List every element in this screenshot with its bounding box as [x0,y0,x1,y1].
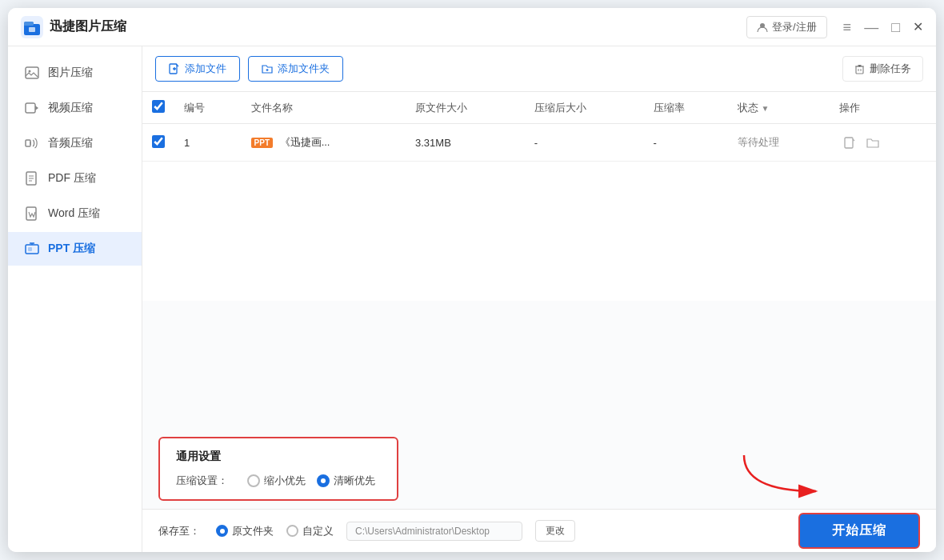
delete-task-button[interactable]: 删除任务 [842,56,923,82]
file-table: 编号 文件名称 原文件大小 压缩后大小 压缩率 状态 ▼ 操作 [142,92,936,301]
select-all-checkbox[interactable] [152,100,165,113]
file-type-badge: PPT [251,138,273,148]
sidebar-item-ppt[interactable]: PPT 压缩 [8,232,142,266]
svg-rect-3 [29,27,35,32]
radio-original-folder[interactable]: 原文件夹 [216,524,274,538]
menu-icon[interactable]: ≡ [843,20,852,34]
col-ratio: 压缩率 [644,92,728,124]
login-button[interactable]: 登录/注册 [746,16,827,38]
add-file-button[interactable]: 添加文件 [155,56,240,82]
radio-option-small[interactable]: 缩小优先 [247,474,306,488]
file-plus-icon [169,63,180,74]
add-folder-button[interactable]: 添加文件夹 [248,56,343,82]
settings-compress-label: 压缩设置： [176,474,228,488]
image-icon [24,65,40,81]
radio-circle-clear [317,474,330,487]
cell-filename: PPT 《迅捷画... [242,124,406,162]
cell-original-size: 3.31MB [406,124,525,162]
sidebar-label-image: 图片压缩 [48,66,93,80]
open-folder-icon[interactable] [862,132,883,153]
window-controls: ≡ — □ ✕ [843,20,923,34]
svg-point-6 [29,70,31,73]
sidebar-label-ppt: PPT 压缩 [48,242,95,256]
radio-circle-small [247,474,260,487]
video-icon [24,100,40,116]
word-icon [24,206,40,222]
col-num: 编号 [174,92,242,124]
sidebar: 图片压缩 视频压缩 音频压缩 PDF 压缩 [8,46,142,552]
lower-area: 通用设置 压缩设置： 缩小优先 清晰优先 [142,301,936,510]
col-compressed: 压缩后大小 [525,92,644,124]
radio-option-clear[interactable]: 清晰优先 [317,474,375,488]
settings-box: 通用设置 压缩设置： 缩小优先 清晰优先 [158,437,398,501]
col-original: 原文件大小 [406,92,525,124]
cell-status: 等待处理 [728,124,830,162]
svg-rect-2 [24,22,34,26]
settings-row: 压缩设置： 缩小优先 清晰优先 [176,474,381,488]
sidebar-label-video: 视频压缩 [48,101,93,115]
settings-title: 通用设置 [176,450,381,464]
table-row: 1 PPT 《迅捷画... 3.31MB - - 等待处理 [142,124,936,162]
svg-rect-16 [845,138,853,148]
sidebar-label-pdf: PDF 压缩 [48,171,96,186]
minimize-icon[interactable]: — [864,20,878,34]
toolbar: 添加文件 添加文件夹 删除任务 [142,46,936,92]
save-to-label: 保存至： [158,524,200,538]
pdf-icon [24,170,40,186]
maximize-icon[interactable]: □ [891,20,900,34]
app-title: 迅捷图片压缩 [50,18,746,35]
open-file-icon[interactable] [839,132,860,153]
cell-num: 1 [174,124,242,162]
sidebar-item-image[interactable]: 图片压缩 [8,56,142,90]
sort-icon[interactable]: ▼ [761,104,769,113]
sidebar-item-pdf[interactable]: PDF 压缩 [8,162,142,195]
save-path-input[interactable] [346,522,522,541]
sidebar-label-audio: 音频压缩 [48,136,93,150]
radio-custom-circle [286,525,298,537]
svg-marker-8 [35,106,38,110]
browse-button[interactable]: 更改 [535,520,575,542]
svg-rect-5 [26,67,38,78]
sidebar-label-word: Word 压缩 [48,206,100,221]
user-icon [757,22,768,33]
svg-rect-13 [28,247,32,251]
radio-original-circle [216,525,228,537]
close-icon[interactable]: ✕ [913,21,923,34]
sidebar-item-word[interactable]: Word 压缩 [8,197,142,230]
app-window: 迅捷图片压缩 登录/注册 ≡ — □ ✕ 图片压缩 [8,8,936,552]
app-logo-icon [21,16,43,38]
folder-plus-icon [262,63,273,74]
trash-icon [854,64,865,74]
sidebar-item-video[interactable]: 视频压缩 [8,91,142,125]
start-compress-button[interactable]: 开始压缩 [798,513,920,549]
cell-operations [830,124,936,162]
content-area: 添加文件 添加文件夹 删除任务 [142,46,936,552]
ppt-icon [24,241,40,257]
radio-custom[interactable]: 自定义 [286,524,334,538]
row-checkbox[interactable] [152,135,165,148]
cell-compressed-size: - [525,124,644,162]
arrow-indicator [736,447,832,502]
cell-ratio: - [644,124,728,162]
col-op: 操作 [830,92,936,124]
col-filename: 文件名称 [242,92,406,124]
svg-rect-15 [856,66,863,74]
titlebar: 迅捷图片压缩 登录/注册 ≡ — □ ✕ [8,8,936,46]
sidebar-item-audio[interactable]: 音频压缩 [8,126,142,160]
svg-rect-9 [26,140,30,146]
radio-group: 缩小优先 清晰优先 [247,474,375,488]
audio-icon [24,135,40,151]
svg-rect-7 [26,103,35,113]
red-arrow-icon [736,447,832,499]
main-area: 图片压缩 视频压缩 音频压缩 PDF 压缩 [8,46,936,552]
col-status: 状态 ▼ [728,92,830,124]
footer: 保存至： 原文件夹 自定义 更改 开始压缩 [142,509,936,552]
